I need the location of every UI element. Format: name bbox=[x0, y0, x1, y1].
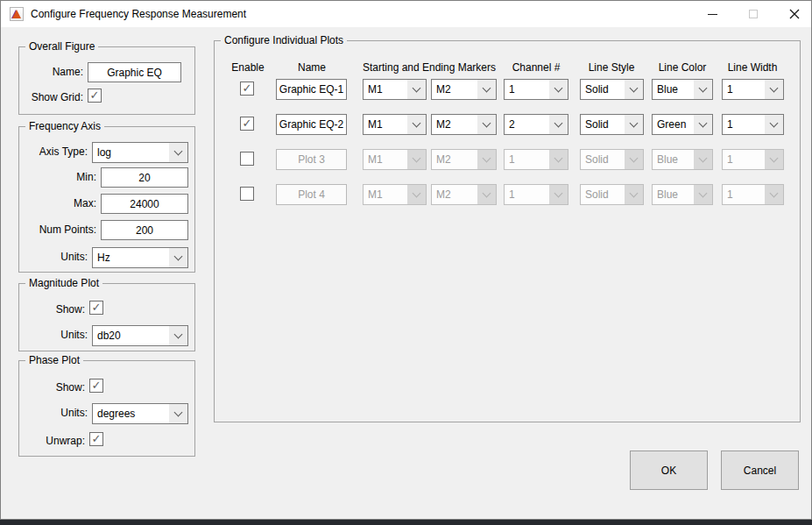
channel-select: 1 bbox=[504, 149, 568, 170]
channel-value: 1 bbox=[505, 150, 549, 169]
max-label: Max: bbox=[74, 197, 96, 209]
line-color-header: Line Color bbox=[648, 61, 717, 74]
chevron-down-icon bbox=[765, 185, 783, 204]
close-button[interactable] bbox=[780, 1, 809, 27]
chevron-down-icon bbox=[169, 404, 187, 423]
chevron-down-icon bbox=[694, 80, 712, 99]
chevron-down-icon bbox=[625, 150, 643, 169]
start-marker-value: M1 bbox=[364, 150, 407, 169]
plot-row-2: Graphic EQ-2 M1 M2 2 Solid Green 1 bbox=[215, 114, 800, 135]
show-grid-label: Show Grid: bbox=[32, 91, 83, 103]
overall-figure-group: Overall Figure Name: Graphic EQ Show Gri… bbox=[18, 46, 195, 115]
title-bar: Configure Frequency Response Measurement bbox=[1, 1, 811, 27]
chevron-down-icon bbox=[407, 150, 426, 169]
line-color-select[interactable]: Blue bbox=[652, 79, 713, 100]
enable-header: Enable bbox=[223, 61, 272, 74]
line-color-select[interactable]: Green bbox=[652, 114, 713, 135]
plot-name-field[interactable]: Graphic EQ-2 bbox=[276, 114, 347, 135]
minimize-button[interactable] bbox=[697, 1, 727, 27]
chevron-down-icon bbox=[549, 115, 568, 134]
dialog-window: Configure Frequency Response Measurement… bbox=[0, 0, 812, 520]
chevron-down-icon bbox=[549, 185, 568, 204]
min-field[interactable]: 20 bbox=[101, 167, 188, 188]
line-style-value: Solid bbox=[581, 115, 625, 134]
phase-show-checkbox[interactable] bbox=[89, 379, 103, 393]
channel-select[interactable]: 2 bbox=[504, 114, 568, 135]
maximize-button bbox=[738, 1, 768, 27]
line-style-value: Solid bbox=[581, 80, 625, 99]
line-style-value: Solid bbox=[581, 185, 625, 204]
line-color-value: Blue bbox=[653, 150, 694, 169]
enable-checkbox[interactable] bbox=[240, 187, 254, 201]
channel-header: Channel # bbox=[504, 61, 568, 74]
unwrap-checkbox[interactable] bbox=[89, 432, 103, 446]
chevron-down-icon bbox=[169, 326, 187, 345]
line-width-value: 1 bbox=[723, 185, 765, 204]
chevron-down-icon bbox=[549, 80, 568, 99]
phase-units-select[interactable]: degrees bbox=[92, 403, 188, 424]
start-marker-value: M1 bbox=[364, 80, 407, 99]
line-width-value: 1 bbox=[723, 115, 765, 134]
chevron-down-icon bbox=[549, 150, 568, 169]
enable-checkbox[interactable] bbox=[240, 82, 254, 96]
magnitude-plot-group: Magnitude Plot Show: Units: db20 bbox=[18, 283, 195, 351]
cancel-button[interactable]: Cancel bbox=[721, 451, 799, 490]
line-color-select: Blue bbox=[652, 184, 713, 205]
phase-plot-legend: Phase Plot bbox=[25, 354, 83, 366]
end-marker-select: M2 bbox=[431, 184, 497, 205]
line-width-select[interactable]: 1 bbox=[722, 114, 784, 135]
start-marker-select[interactable]: M1 bbox=[363, 114, 427, 135]
channel-value: 2 bbox=[505, 115, 549, 134]
end-marker-value: M2 bbox=[432, 150, 477, 169]
frequency-axis-group: Frequency Axis Axis Type: log Min: 20 Ma… bbox=[18, 126, 195, 273]
minimize-icon bbox=[708, 14, 717, 15]
end-marker-value: M2 bbox=[432, 185, 477, 204]
window-title: Configure Frequency Response Measurement bbox=[31, 8, 246, 20]
end-marker-select[interactable]: M2 bbox=[431, 79, 497, 100]
chevron-down-icon bbox=[477, 185, 496, 204]
channel-select[interactable]: 1 bbox=[504, 79, 568, 100]
magnitude-show-label: Show: bbox=[56, 303, 85, 316]
plot-row-3: Plot 3 M1 M2 1 Solid Blue 1 bbox=[215, 149, 800, 170]
line-color-value: Blue bbox=[653, 80, 694, 99]
line-style-select[interactable]: Solid bbox=[580, 114, 644, 135]
freq-units-label: Units: bbox=[60, 251, 88, 263]
magnitude-show-checkbox[interactable] bbox=[89, 301, 103, 315]
plot-name-field[interactable]: Graphic EQ-1 bbox=[276, 79, 347, 100]
axis-type-select[interactable]: log bbox=[92, 142, 188, 163]
phase-plot-group: Phase Plot Show: Units: degrees Unwrap: bbox=[18, 360, 195, 457]
overall-figure-legend: Overall Figure bbox=[25, 40, 98, 53]
enable-checkbox[interactable] bbox=[240, 152, 254, 166]
chevron-down-icon bbox=[694, 185, 712, 204]
individual-plots-group: Configure Individual Plots Enable Name S… bbox=[214, 40, 801, 422]
end-marker-value: M2 bbox=[432, 115, 477, 134]
chevron-down-icon bbox=[407, 115, 426, 134]
plot-row-4: Plot 4 M1 M2 1 Solid Blue 1 bbox=[215, 184, 800, 205]
line-width-value: 1 bbox=[723, 150, 765, 169]
end-marker-select[interactable]: M2 bbox=[431, 114, 497, 135]
freq-units-select[interactable]: Hz bbox=[92, 247, 188, 268]
line-width-select[interactable]: 1 bbox=[722, 79, 784, 100]
line-color-value: Green bbox=[653, 115, 694, 134]
ok-button[interactable]: OK bbox=[630, 451, 708, 490]
max-field[interactable]: 24000 bbox=[101, 194, 188, 214]
start-marker-select[interactable]: M1 bbox=[363, 79, 427, 100]
figure-name-field[interactable]: Graphic EQ bbox=[88, 62, 181, 82]
plot-name-field: Plot 4 bbox=[276, 184, 347, 205]
chevron-down-icon bbox=[765, 115, 783, 134]
enable-checkbox[interactable] bbox=[240, 117, 254, 131]
show-grid-checkbox[interactable] bbox=[88, 89, 102, 103]
line-color-value: Blue bbox=[653, 185, 694, 204]
phase-units-label: Units: bbox=[60, 407, 88, 419]
individual-plots-legend: Configure Individual Plots bbox=[221, 34, 347, 46]
magnitude-units-select[interactable]: db20 bbox=[92, 325, 188, 346]
line-style-select[interactable]: Solid bbox=[580, 79, 644, 100]
chevron-down-icon bbox=[625, 80, 643, 99]
line-color-select: Blue bbox=[652, 149, 713, 170]
axis-type-label: Axis Type: bbox=[39, 145, 88, 158]
num-points-field[interactable]: 200 bbox=[101, 220, 188, 240]
chevron-down-icon bbox=[169, 248, 187, 267]
plot-row-1: Graphic EQ-1 M1 M2 1 Solid Blue 1 bbox=[215, 79, 800, 100]
line-style-header: Line Style bbox=[576, 61, 646, 74]
chevron-down-icon bbox=[477, 115, 496, 134]
